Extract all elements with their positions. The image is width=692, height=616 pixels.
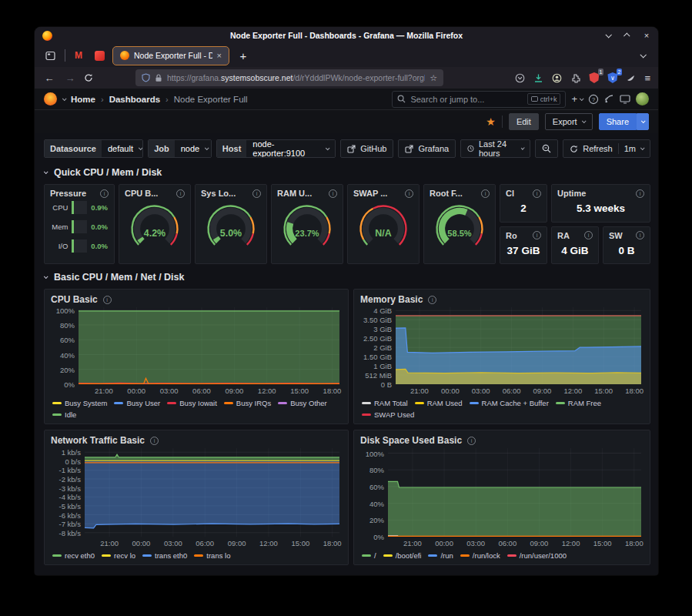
mega-menu-chevron-icon[interactable] (62, 96, 67, 101)
info-icon[interactable]: i (103, 296, 112, 304)
panel-ram-total[interactable]: RAi 4 GiB (551, 226, 599, 265)
grafana-link-button[interactable]: Grafana (398, 139, 456, 158)
panel-cpu-cores[interactable]: Cli 2 (500, 184, 547, 223)
info-icon[interactable]: i (636, 231, 644, 239)
info-icon[interactable]: i (150, 437, 159, 445)
panel-disk-space-used-basic[interactable]: Disk Space Used Basici 100%80%60%40%20%0… (353, 430, 650, 565)
legend-item[interactable]: RAM Free (556, 397, 601, 409)
panel-pressure[interactable]: Pressurei CPU 0.9% Mem 0.0% I/O (44, 184, 115, 264)
plot-area[interactable] (85, 448, 339, 537)
legend-item[interactable]: recv eth0 (52, 550, 95, 561)
info-icon[interactable]: i (100, 189, 109, 198)
panel-swap-total[interactable]: SWi 0 B (603, 226, 650, 265)
grafana-logo-icon[interactable] (44, 92, 57, 105)
panel-uptime[interactable]: Uptimei 5.3 weeks (551, 184, 650, 223)
section-basic-cpu-mem-net-disk[interactable]: Basic CPU / Mem / Net / Disk (44, 272, 650, 283)
tab-close-icon[interactable]: × (217, 51, 222, 60)
zoom-out-button[interactable] (535, 139, 558, 158)
info-icon[interactable]: i (584, 231, 593, 239)
github-link-button[interactable]: GitHub (340, 139, 393, 158)
section-quick-cpu-mem-disk[interactable]: Quick CPU / Mem / Disk (44, 167, 650, 178)
display-button[interactable] (620, 95, 630, 104)
legend-item[interactable]: SWAP Used (362, 409, 414, 420)
host-value[interactable]: node-exporter:9100 (246, 140, 335, 157)
legend-item[interactable]: trans lo (194, 550, 230, 561)
breadcrumb-home[interactable]: Home (71, 95, 95, 104)
datasource-value[interactable]: default (102, 140, 143, 157)
extensions-puzzle-icon[interactable] (570, 73, 580, 83)
window-titlebar[interactable]: Node Exporter Full - Dashboards - Grafan… (35, 27, 658, 44)
legend-item[interactable]: / (362, 550, 376, 561)
panel-root-fs[interactable]: Root F...i 58.5% (423, 184, 496, 264)
legend-item[interactable]: trans eth0 (142, 550, 187, 561)
panel-ram-used[interactable]: RAM U...i 23.7% (271, 184, 343, 264)
panel-rootfs-total[interactable]: Roi 37 GiB (500, 226, 547, 265)
refresh-picker[interactable]: Refresh 1m (563, 139, 650, 158)
password-extension-button[interactable]: ∨ 2 (607, 72, 617, 83)
reload-button[interactable] (84, 73, 98, 82)
plot-area[interactable] (79, 307, 339, 384)
minimize-button[interactable] (604, 32, 612, 39)
active-tab[interactable]: Node Exporter Full - Dashbo × (112, 46, 229, 65)
legend-item[interactable]: /run/user/1000 (507, 550, 567, 561)
panel-swap-used[interactable]: SWAP ...i N/A (347, 184, 420, 264)
adblock-extension-button[interactable]: 1 (589, 72, 599, 83)
export-button[interactable]: Export (545, 113, 593, 130)
legend-item[interactable]: Busy Other (278, 397, 327, 409)
info-icon[interactable]: i (533, 189, 541, 198)
panel-sys-load[interactable]: Sys Lo...i 5.0% (195, 184, 267, 264)
info-icon[interactable]: i (252, 189, 261, 198)
info-icon[interactable]: i (467, 437, 476, 445)
job-variable[interactable]: Job node (148, 139, 212, 158)
legend-item[interactable]: recv lo (102, 550, 135, 561)
panel-cpu-basic[interactable]: CPU Basici 100%80%60%40%20%0% 21:0000:00… (44, 289, 349, 424)
maximize-button[interactable] (623, 32, 631, 39)
pinned-tab-gmail[interactable]: M (71, 47, 86, 64)
info-icon[interactable]: i (533, 231, 541, 239)
panel-network-traffic-basic[interactable]: Network Traffic Basici 1 kb/s0 b/s-1 kb/… (44, 430, 349, 565)
edit-button[interactable]: Edit (509, 113, 539, 130)
news-button[interactable] (604, 94, 614, 104)
plot-area[interactable] (396, 307, 641, 384)
list-all-tabs-button[interactable] (633, 47, 652, 64)
legend-item[interactable]: RAM Used (415, 397, 463, 409)
help-button[interactable]: ? (588, 94, 599, 105)
info-icon[interactable]: i (481, 189, 490, 198)
pinned-tab-red-app[interactable] (92, 47, 107, 64)
info-icon[interactable]: i (405, 189, 413, 198)
firefox-view-button[interactable] (41, 47, 59, 64)
legend-item[interactable]: Busy User (114, 397, 160, 409)
forward-button[interactable]: → (63, 72, 77, 84)
info-icon[interactable]: i (428, 296, 436, 304)
time-range-picker[interactable]: Last 24 hours (460, 139, 530, 158)
account-icon[interactable] (552, 73, 562, 83)
share-dropdown-button[interactable] (637, 113, 649, 130)
info-icon[interactable]: i (176, 189, 185, 198)
legend-item[interactable]: /run/lock (460, 550, 500, 561)
legend-item[interactable]: Busy IRQs (224, 397, 271, 409)
share-button[interactable]: Share (599, 113, 637, 130)
legend-item[interactable]: Idle (52, 409, 76, 420)
add-new-button[interactable]: + (571, 93, 583, 105)
plot-area[interactable] (388, 448, 641, 537)
menu-hamburger-icon[interactable]: ≡ (644, 72, 650, 84)
legend-item[interactable]: RAM Cache + Buffer (470, 397, 549, 409)
legend-item[interactable]: Busy System (52, 397, 107, 409)
panel-cpu-busy[interactable]: CPU B...i 4.2% (119, 184, 191, 264)
datasource-variable[interactable]: Datasource default (44, 139, 143, 158)
close-button[interactable]: × (643, 32, 650, 39)
breadcrumb-dashboards[interactable]: Dashboards (109, 95, 160, 104)
legend-item[interactable]: Busy Iowait (167, 397, 217, 409)
back-button[interactable]: ← (42, 72, 56, 84)
panel-memory-basic[interactable]: Memory Basici 4 GiB3.50 GiB3 GiB2.50 GiB… (353, 289, 650, 424)
user-avatar[interactable] (636, 92, 649, 105)
bookmark-star-icon[interactable]: ☆ (430, 73, 437, 83)
legend-item[interactable]: RAM Total (362, 397, 408, 409)
containers-icon[interactable] (626, 73, 636, 83)
job-value[interactable]: node (175, 140, 212, 157)
pocket-icon[interactable] (515, 73, 525, 83)
legend-item[interactable]: /run (428, 550, 453, 561)
info-icon[interactable]: i (329, 189, 337, 198)
legend-item[interactable]: /boot/efi (383, 550, 422, 561)
favorite-star-icon[interactable]: ★ (486, 116, 496, 128)
